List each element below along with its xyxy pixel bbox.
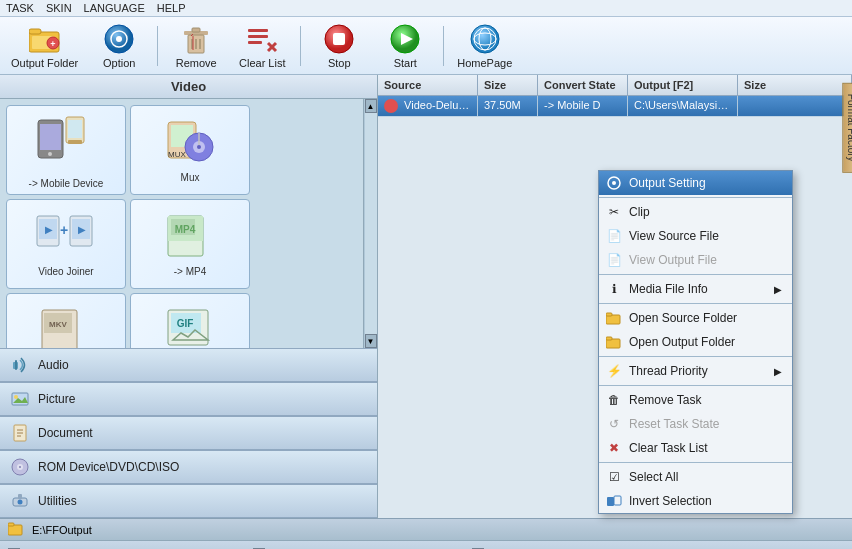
menu-task[interactable]: TASK <box>6 2 34 14</box>
th-size2: Size <box>738 75 852 95</box>
ctx-open-output-folder-icon <box>605 333 623 351</box>
row-status-icon <box>384 99 398 113</box>
clear-list-button[interactable]: Clear List <box>232 20 292 72</box>
ctx-sep-4 <box>599 356 792 357</box>
svg-rect-33 <box>68 120 82 138</box>
media-item-joiner[interactable]: ▶ + ▶ Video Joiner <box>6 199 126 289</box>
ctx-thread-priority-arrow: ▶ <box>774 366 782 377</box>
ctx-media-info[interactable]: ℹ Media File Info ▶ <box>599 277 792 301</box>
output-folder-button[interactable]: + Output Folder <box>6 20 83 72</box>
mux-label: Mux <box>181 172 200 183</box>
output-path-text: E:\FFOutput <box>32 524 92 536</box>
homepage-button[interactable]: HomePage <box>452 20 517 72</box>
path-bar: E:\FFOutput <box>0 518 852 540</box>
ctx-sep-5 <box>599 385 792 386</box>
media-item-mp4[interactable]: MP4 -> MP4 <box>130 199 250 289</box>
ctx-clear-task-list-icon: ✖ <box>605 439 623 457</box>
ctx-invert-selection[interactable]: Invert Selection <box>599 489 792 513</box>
th-source: Source <box>378 75 478 95</box>
menu-help[interactable]: HELP <box>157 2 186 14</box>
audio-label: Audio <box>38 358 69 372</box>
category-audio[interactable]: Audio <box>0 348 377 382</box>
media-item-mkv[interactable]: MKV MKV <box>6 293 126 348</box>
svg-rect-30 <box>40 124 61 150</box>
ctx-open-source-folder[interactable]: Open Source Folder <box>599 306 792 330</box>
mp4-label: -> MP4 <box>174 266 207 277</box>
ctx-clip-label: Clip <box>629 205 650 219</box>
mobile-icon <box>36 112 96 174</box>
ctx-thread-priority[interactable]: ⚡ Thread Priority ▶ <box>599 359 792 383</box>
clear-list-label: Clear List <box>239 57 285 69</box>
category-picture[interactable]: Picture <box>0 382 377 416</box>
td-size2 <box>738 96 852 116</box>
scroll-up-arrow[interactable]: ▲ <box>365 99 377 113</box>
svg-text:GIF: GIF <box>176 318 193 329</box>
ctx-clear-task-list-label: Clear Task List <box>629 441 707 455</box>
remove-button[interactable]: Remove <box>166 20 226 72</box>
toolbar-separator-1 <box>157 26 158 66</box>
th-convert: Convert State <box>538 75 628 95</box>
document-label: Document <box>38 426 93 440</box>
audio-icon <box>10 355 30 375</box>
ctx-open-source-label: Open Source Folder <box>629 311 737 325</box>
video-header-label: Video <box>171 79 206 94</box>
document-icon <box>10 423 30 443</box>
media-item-gif[interactable]: GIF GIF <box>130 293 250 348</box>
start-icon <box>389 23 421 55</box>
svg-point-39 <box>197 145 201 149</box>
ctx-output-setting-label: Output Setting <box>629 176 706 190</box>
scroll-down-arrow[interactable]: ▼ <box>365 334 377 348</box>
start-button[interactable]: Start <box>375 20 435 72</box>
menu-skin[interactable]: SKIN <box>46 2 72 14</box>
ctx-sep-6 <box>599 462 792 463</box>
ctx-remove-task-label: Remove Task <box>629 393 701 407</box>
svg-point-63 <box>14 395 18 399</box>
stop-button[interactable]: Stop <box>309 20 369 72</box>
svg-rect-22 <box>333 33 345 45</box>
svg-rect-16 <box>248 29 268 32</box>
category-document[interactable]: Document <box>0 416 377 450</box>
media-item-mux[interactable]: MUX Mux <box>130 105 250 195</box>
svg-rect-17 <box>248 35 268 38</box>
folder-icon: + <box>29 23 61 55</box>
left-scrollbar[interactable]: ▲ ▼ <box>363 99 377 348</box>
svg-text:+: + <box>60 222 68 238</box>
gif-icon: GIF <box>163 305 218 348</box>
format-factory-label: Format Factory <box>843 83 853 173</box>
td-source-text: Video-Deluxe... <box>404 99 478 111</box>
mkv-icon: MKV <box>39 305 94 348</box>
ctx-remove-task[interactable]: 🗑 Remove Task <box>599 388 792 412</box>
ctx-clip-icon: ✂ <box>605 203 623 221</box>
status-bar: ✓ Use Multi-Threads Elapsed Time : 00:00… <box>0 540 852 549</box>
category-utilities[interactable]: Utilities <box>0 484 377 518</box>
ctx-open-output-folder[interactable]: Open Output Folder <box>599 330 792 354</box>
ctx-sep-1 <box>599 197 792 198</box>
option-button[interactable]: Option <box>89 20 149 72</box>
td-output: C:\Users\Malaysia... <box>628 96 738 116</box>
media-item-mobile[interactable]: -> Mobile Device <box>6 105 126 195</box>
ctx-view-source[interactable]: 📄 View Source File <box>599 224 792 248</box>
ctx-view-source-icon: 📄 <box>605 227 623 245</box>
ctx-sep-2 <box>599 274 792 275</box>
ctx-media-info-icon: ℹ <box>605 280 623 298</box>
svg-rect-13 <box>192 28 200 32</box>
ctx-select-all[interactable]: ☑ Select All <box>599 465 792 489</box>
ctx-clip[interactable]: ✂ Clip <box>599 200 792 224</box>
stop-icon <box>323 23 355 55</box>
svg-text:MUX: MUX <box>168 150 186 159</box>
ctx-open-output-label: Open Output Folder <box>629 335 735 349</box>
ctx-output-setting[interactable]: Output Setting <box>599 171 792 195</box>
remove-icon <box>180 23 212 55</box>
svg-point-71 <box>19 466 21 468</box>
ctx-clear-task-list[interactable]: ✖ Clear Task List <box>599 436 792 460</box>
menu-language[interactable]: LANGUAGE <box>84 2 145 14</box>
svg-rect-81 <box>607 497 614 506</box>
ctx-reset-task-label: Reset Task State <box>629 417 720 431</box>
category-rom[interactable]: ROM Device\DVD\CD\ISO <box>0 450 377 484</box>
table-row[interactable]: Video-Deluxe... 37.50M -> Mobile D C:\Us… <box>378 96 852 117</box>
mobile-label: -> Mobile Device <box>29 178 104 189</box>
stop-label: Stop <box>328 57 351 69</box>
svg-rect-82 <box>614 496 621 505</box>
ctx-open-source-folder-icon <box>605 309 623 327</box>
table-header: Source Size Convert State Output [F2] Si… <box>378 75 852 96</box>
